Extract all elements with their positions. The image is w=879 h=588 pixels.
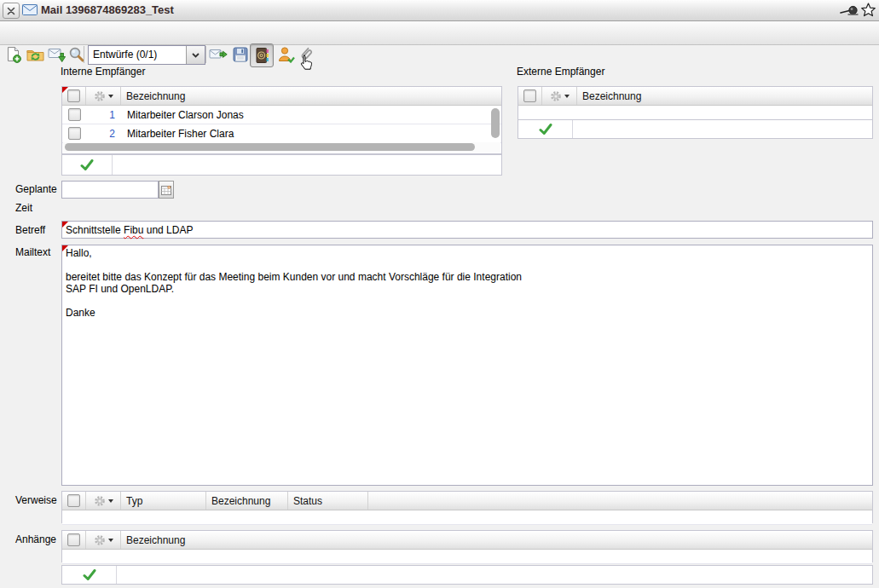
save-button[interactable] [231,45,250,64]
window-title: Mail 1396874869283_Test [41,3,174,16]
column-header-bezeichnung[interactable]: Bezeichnung [121,87,501,105]
close-button[interactable] [3,3,20,19]
confirm-add-button[interactable] [62,155,113,175]
externe-new-entry-input[interactable] [573,120,872,138]
search-icon [68,46,85,63]
betreff-value-part2: und LDAP [143,224,193,236]
add-person-button[interactable] [276,45,295,64]
mailtext-textarea[interactable]: Hallo, bereitet bitte das Konzept für da… [61,245,873,486]
geplante-zeit-label-line2: Zeit [15,202,32,214]
row-checkbox[interactable] [62,106,86,124]
pushpin-icon[interactable] [840,5,859,16]
anhaenge-add-row [61,565,873,585]
menu-arrow-icon [108,539,113,542]
column-header-status[interactable]: Status [288,492,368,510]
checkbox-icon [67,89,80,102]
externe-empfaenger-label: Externe Empfänger [517,66,604,78]
check-icon [83,569,96,581]
gear-icon [94,90,106,102]
column-header-bezeichnung[interactable]: Bezeichnung [577,87,872,105]
toolbar-separator [84,46,84,63]
column-header-typ[interactable]: Typ [121,492,206,510]
anhaenge-label: Anhänge [15,533,56,545]
row-bezeichnung: Mitarbeiter Fisher Clara [121,124,501,142]
confirm-add-button[interactable] [62,566,117,584]
table-actions-menu[interactable] [542,87,577,105]
confirm-add-button[interactable] [518,120,573,138]
table-actions-menu[interactable] [86,87,121,105]
anhaenge-table-header: Bezeichnung [62,531,872,550]
mail-receive-icon [48,46,66,63]
betreff-value-misspelled: Fibu [124,224,143,236]
checkbox-icon [523,89,536,102]
column-header-filler [368,492,872,510]
add-person-icon [277,46,295,63]
anhaenge-new-entry-input[interactable] [117,566,872,584]
interne-table-header: Bezeichnung [62,87,501,106]
gear-icon [94,495,106,507]
dropdown-button[interactable] [186,46,205,64]
externe-add-row [518,119,873,139]
interne-empfaenger-label: Interne Empfänger [61,66,145,78]
betreff-label: Betreff [15,224,45,236]
folder-refresh-button[interactable] [26,45,44,64]
calendar-icon [161,185,171,195]
save-icon [232,46,249,63]
select-all-checkbox[interactable] [62,492,86,510]
close-icon [7,7,15,15]
interne-empfaenger-table: Bezeichnung 1 Mitarbeiter Clarson Jonas … [61,86,502,154]
vertical-scrollbar-thumb[interactable] [491,108,500,138]
table-actions-menu[interactable] [86,531,121,549]
row-number: 1 [86,106,121,124]
empty-row [62,550,872,564]
checkbox-icon [68,108,81,121]
address-book-icon [254,47,270,64]
interne-new-entry-input[interactable] [113,155,501,175]
select-all-checkbox[interactable] [62,87,86,105]
anhaenge-table: Bezeichnung [61,530,873,562]
check-icon [539,124,552,135]
row-bezeichnung: Mitarbeiter Clarson Jonas [121,106,501,124]
mail-envelope-icon [22,4,38,15]
new-document-button[interactable] [4,45,23,64]
betreff-value-part1: Schnittstelle [66,224,124,236]
folder-dropdown[interactable]: Entwürfe (0/1) [88,45,205,65]
externe-empfaenger-table: Bezeichnung [518,86,873,120]
gear-icon [550,90,562,102]
send-mail-button[interactable] [209,45,228,64]
menu-arrow-icon [564,95,570,98]
send-mail-icon [209,46,228,63]
row-number: 2 [86,124,121,142]
empty-row [62,510,872,525]
mail-receive-button[interactable] [47,45,66,64]
geplante-zeit-input[interactable] [61,181,159,199]
externe-table-header: Bezeichnung [518,87,872,106]
scrollbar-thumb[interactable] [65,143,475,151]
folder-refresh-icon [26,46,44,63]
star-icon[interactable] [861,3,876,17]
verweise-table: Typ Bezeichnung Status [61,491,873,523]
hand-cursor [299,55,314,71]
address-book-button[interactable] [250,43,274,67]
table-row[interactable]: 2 Mitarbeiter Fisher Clara [62,124,501,143]
table-row[interactable]: 1 Mitarbeiter Clarson Jonas [62,106,501,124]
checkbox-icon [67,494,80,507]
row-checkbox[interactable] [62,124,86,142]
mailtext-content: Hallo, bereitet bitte das Konzept für da… [62,245,872,320]
gear-icon [94,534,106,546]
toolbar-separator [205,46,206,63]
date-picker-button[interactable] [159,181,174,199]
column-header-bezeichnung[interactable]: Bezeichnung [121,531,872,549]
folder-dropdown-value: Entwürfe (0/1) [89,46,186,64]
horizontal-scrollbar[interactable] [63,142,500,153]
table-actions-menu[interactable] [86,492,121,510]
verweise-table-header: Typ Bezeichnung Status [62,492,872,510]
mailtext-label: Mailtext [15,246,50,258]
column-header-bezeichnung[interactable]: Bezeichnung [206,492,288,510]
verweise-label: Verweise [15,494,57,506]
select-all-checkbox[interactable] [62,531,86,549]
select-all-checkbox[interactable] [518,87,542,105]
betreff-input[interactable]: Schnittstelle Fibu und LDAP [61,221,873,239]
toolbar: Entwürfe (0/1) [0,21,879,45]
geplante-zeit-label-line1: Geplante [15,183,57,195]
